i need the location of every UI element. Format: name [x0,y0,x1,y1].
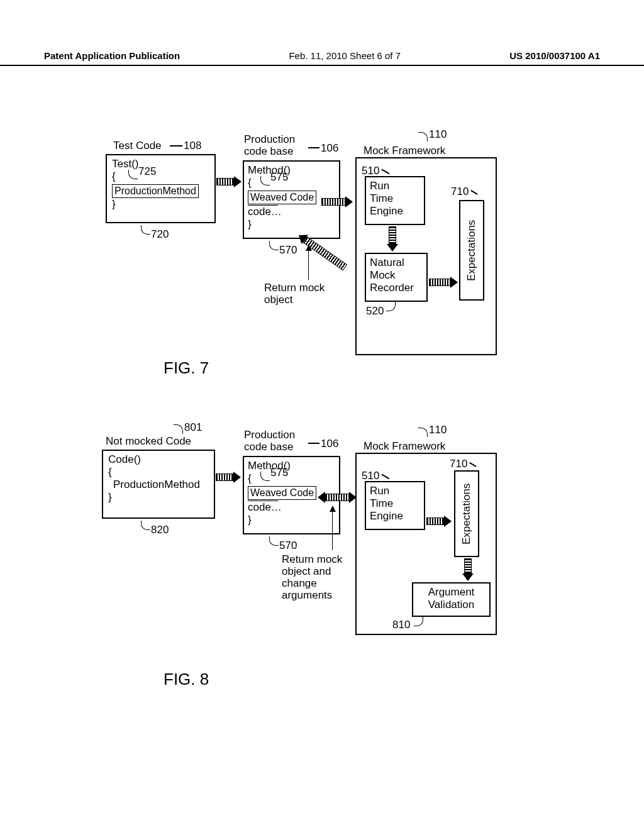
ref-106b: 106 [321,438,338,450]
arrow-right-icon [321,196,353,208]
header-left: Patent Application Publication [44,50,180,61]
thin-arrow-icon [308,245,309,280]
ref-520: 520 [366,305,384,318]
prodcode-title8: Productioncode base [244,429,295,453]
testcode-box: Test() { ProductionMethod } [106,154,216,223]
mock-title: Mock Framework [364,145,445,157]
arrow-right-icon [216,176,242,187]
ref-lead [170,145,182,147]
expectations-box: Expectations [459,200,484,301]
code-method: Code() [108,453,209,466]
thin-arrow-icon [332,506,333,550]
runtime-engine-box8: RunTimeEngine [365,481,425,530]
notmocked-title: Not mocked Code [106,435,191,448]
ref-820: 820 [151,524,169,536]
ref-720: 720 [151,228,169,241]
brace-close: } [108,491,209,504]
ref-575: 575 [270,171,288,184]
method: Method() [248,460,335,472]
ref-570b: 570 [279,540,297,552]
ref-curve [418,428,428,437]
ref-curve [269,241,279,250]
arrow-double-icon [318,492,357,503]
arrow-right-icon [426,516,452,527]
notmocked-box: Code() { ProductionMethod } [102,450,215,519]
return-mock-change-label: Return mockobject andchangearguments [282,553,342,601]
figure-7: Test Code 108 Test() { ProductionMethod … [0,126,644,377]
ref-710: 710 [451,185,469,198]
testcode-title: Test Code [113,140,162,152]
code-line: code… [248,205,278,218]
code-line: code… [248,501,278,514]
fig8-label: FIG. 8 [164,670,209,689]
ref-710b: 710 [450,458,467,470]
expectations-label: Expectations [460,201,483,299]
ref-810: 810 [392,619,410,631]
brace-close: } [112,198,209,211]
ref-110b: 110 [429,424,447,436]
ref-510b: 510 [362,470,379,482]
ref-510: 510 [362,165,379,177]
ref-801: 801 [184,421,202,434]
arrow-right-icon [216,472,241,483]
arrow-right-icon [429,277,458,288]
page-header: Patent Application Publication Feb. 11, … [0,50,644,66]
ref-curve [418,132,428,141]
header-right: US 2010/0037100 A1 [509,50,600,61]
ref-575b: 575 [270,467,288,479]
ref-curve [174,424,183,434]
expectations-label: Expectations [455,472,478,556]
ref-106: 106 [321,142,338,155]
weaved-code-box: Weaved Code [248,486,316,500]
ref-curve [269,536,279,546]
brace-open: { [108,466,209,479]
header-center: Feb. 11, 2010 Sheet 6 of 7 [289,50,401,61]
ref-110: 110 [429,128,447,141]
ref-108: 108 [184,140,201,152]
productionmethod-box: ProductionMethod [112,184,199,198]
ref-lead [308,443,319,444]
natural-mock-recorder-box: NaturalMockRecorder [365,253,428,302]
figure-8: 801 Not mocked Code Code() { ProductionM… [0,421,644,685]
arrow-down-icon [387,226,398,252]
brace-open: { [112,170,209,183]
mock-title8: Mock Framework [364,440,445,453]
test-method: Test() [112,158,209,170]
productionmethod-text: ProductionMethod [113,479,209,491]
brace-close: } [248,514,335,526]
ref-curve [141,225,150,235]
prodcode-title: Productioncode base [244,133,295,157]
expectations-box8: Expectations [454,470,479,557]
ref-curve [141,521,150,530]
runtime-engine-box: RunTimeEngine [365,176,425,225]
ref-lead [308,147,319,148]
arrow-down-icon [462,558,474,581]
return-mock-label: Return mockobject [264,282,325,306]
weaved-code-box: Weaved Code [248,191,316,204]
method: Method() [248,164,335,177]
argument-validation-box: ArgumentValidation [412,582,491,617]
fig7-label: FIG. 7 [164,358,209,378]
ref-570: 570 [279,244,297,257]
ref-725: 725 [138,165,156,178]
brace-close: } [248,218,335,231]
